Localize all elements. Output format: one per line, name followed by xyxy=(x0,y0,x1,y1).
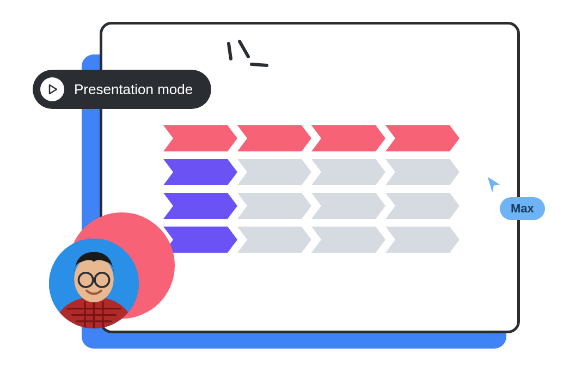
chevron-arrow xyxy=(311,193,385,219)
svg-line-0 xyxy=(229,44,231,59)
sparkle-icon xyxy=(218,38,272,78)
svg-marker-6 xyxy=(311,125,385,151)
svg-marker-5 xyxy=(237,125,311,151)
svg-marker-15 xyxy=(385,193,460,219)
play-icon xyxy=(40,77,64,101)
svg-marker-9 xyxy=(237,159,311,185)
svg-marker-7 xyxy=(385,125,460,151)
svg-line-1 xyxy=(240,41,248,57)
chevron-arrow xyxy=(385,193,460,219)
chevron-arrow xyxy=(237,193,311,219)
svg-marker-18 xyxy=(311,227,385,253)
svg-marker-4 xyxy=(163,125,237,151)
avatar xyxy=(49,239,139,328)
presentation-mode-button[interactable]: Presentation mode xyxy=(33,70,211,109)
chevron-row xyxy=(163,227,460,253)
chevron-row xyxy=(163,159,460,185)
svg-marker-11 xyxy=(385,159,460,185)
chevron-arrow xyxy=(385,125,460,151)
chevron-arrow xyxy=(311,125,385,151)
svg-marker-13 xyxy=(237,193,311,219)
collaborator-name: Max xyxy=(511,202,534,215)
chevron-arrow xyxy=(311,159,385,185)
chevron-arrow xyxy=(385,227,460,253)
svg-marker-14 xyxy=(311,193,385,219)
avatar-cluster xyxy=(49,212,180,332)
collaborator-cursor-icon xyxy=(485,175,503,196)
svg-marker-17 xyxy=(237,227,311,253)
chevron-arrow xyxy=(311,227,385,253)
svg-marker-19 xyxy=(385,227,460,253)
svg-marker-3 xyxy=(50,85,57,94)
chevron-row xyxy=(163,125,460,151)
svg-marker-8 xyxy=(163,159,237,185)
chevron-grid xyxy=(163,125,460,253)
presentation-mode-label: Presentation mode xyxy=(74,81,193,98)
chevron-arrow xyxy=(385,159,460,185)
chevron-row xyxy=(163,193,460,219)
chevron-arrow xyxy=(163,125,237,151)
chevron-arrow xyxy=(237,227,311,253)
chevron-arrow xyxy=(163,159,237,185)
collaborator-name-tag: Max xyxy=(500,197,545,220)
svg-marker-10 xyxy=(311,159,385,185)
chevron-arrow xyxy=(237,125,311,151)
chevron-arrow xyxy=(237,159,311,185)
svg-line-2 xyxy=(252,64,267,65)
